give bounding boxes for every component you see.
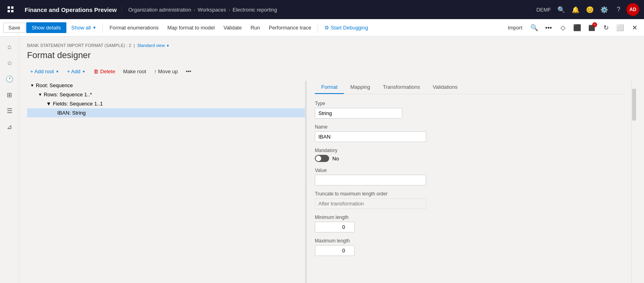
mandatory-toggle[interactable] [315, 155, 329, 162]
tab-transformations[interactable]: Transformations [376, 81, 426, 94]
import-button[interactable]: Import [504, 22, 526, 33]
app-title: Finance and Operations Preview [20, 6, 122, 13]
min-length-label: Minimum length [315, 215, 623, 220]
svg-rect-3 [11, 10, 14, 12]
tab-mapping[interactable]: Mapping [344, 81, 376, 94]
map-format-to-model-button[interactable]: Map format to model [163, 22, 219, 33]
type-label: Type [315, 101, 623, 106]
svg-rect-1 [11, 6, 14, 9]
main-layout: ⌂ ☆ 🕐 ⊞ ☰ ⊿ BANK STATEMENT IMPORT FORMAT… [0, 37, 644, 283]
separator [103, 23, 103, 33]
breadcrumb-erp[interactable]: Electronic reporting [233, 7, 277, 13]
show-all-button[interactable]: Show all ▼ [67, 22, 100, 33]
value-field-group: Value [315, 168, 623, 185]
breadcrumb-bank: BANK STATEMENT IMPORT FORMAT (SAMPLE) : … [27, 43, 131, 48]
save-button[interactable]: Save [3, 23, 25, 33]
tab-validations[interactable]: Validations [426, 81, 464, 94]
add-root-chevron: ▼ [56, 70, 59, 74]
refresh-icon[interactable]: ↻ [599, 21, 612, 34]
chevron-icon: ▼ [166, 44, 170, 48]
trash-icon: 🗑 [93, 68, 99, 74]
smile-icon[interactable]: 😊 [584, 3, 596, 16]
validate-button[interactable]: Validate [219, 22, 246, 33]
separator2 [318, 23, 318, 33]
move-up-button[interactable]: ↑ Move up [151, 67, 181, 76]
grid-nav-icon[interactable]: ⊞ [2, 88, 17, 102]
name-input[interactable] [315, 131, 426, 142]
breadcrumb-workspaces[interactable]: Workspaces [198, 7, 226, 13]
add-button[interactable]: + Add ▼ [64, 67, 89, 76]
show-details-button[interactable]: Show details [26, 22, 67, 33]
max-length-label: Maximum length [315, 238, 623, 244]
arrow1: ▼ [30, 83, 34, 88]
tree-label: IBAN: String [57, 110, 86, 116]
diamond-icon[interactable]: ◇ [557, 21, 569, 34]
breadcrumb-org[interactable]: Organization administration [128, 7, 191, 13]
search-cmd-icon[interactable]: 🔍 [528, 21, 541, 34]
add-root-button[interactable]: + Add root ▼ [27, 67, 62, 76]
settings-icon[interactable]: ⚙️ [598, 3, 611, 16]
toggle-thumb [316, 156, 321, 161]
max-length-field-group: Maximum length [315, 238, 623, 256]
expand-icon[interactable]: ⬜ [614, 21, 627, 34]
badge-icon[interactable]: ⬛ 0 [585, 21, 598, 34]
home-icon[interactable]: ⌂ [2, 40, 17, 54]
tree-item-selected[interactable]: IBAN: String [27, 108, 305, 117]
arrow3: ▼ [46, 101, 51, 107]
breadcrumb: Organization administration › Workspaces… [128, 7, 533, 13]
scrollbar-thumb[interactable] [632, 89, 636, 121]
show-all-label: Show all [71, 25, 91, 31]
more-tree-options[interactable]: ••• [182, 67, 194, 76]
vertical-scrollbar[interactable] [631, 81, 636, 283]
type-field-group: Type [315, 101, 623, 119]
arrow2: ▼ [38, 92, 42, 97]
bell-icon[interactable]: 🔔 [569, 3, 582, 16]
topbar: Finance and Operations Preview Organizat… [0, 0, 644, 19]
value-label: Value [315, 168, 623, 173]
properties-panel: Format Mapping Transformations Validatio… [307, 81, 631, 283]
format-enumerations-button[interactable]: Format enumerations [105, 22, 163, 33]
search-icon[interactable]: 🔍 [555, 3, 568, 16]
mandatory-field-group: Mandatory No [315, 148, 623, 162]
chevron-down-icon: ▼ [93, 25, 97, 30]
truncate-input [315, 198, 426, 209]
properties-scroll: Type Name Mandatory [315, 101, 623, 283]
mandatory-text: No [332, 156, 339, 162]
performance-trace-button[interactable]: Performance trace [265, 22, 315, 33]
page-breadcrumb: BANK STATEMENT IMPORT FORMAT (SAMPLE) : … [27, 43, 636, 48]
avatar[interactable]: AD [627, 3, 639, 16]
run-button[interactable]: Run [246, 22, 264, 33]
value-input[interactable] [315, 175, 426, 185]
delete-button[interactable]: 🗑 Delete [90, 67, 118, 76]
name-label: Name [315, 124, 623, 130]
more-options-icon[interactable]: ••• [542, 21, 555, 34]
type-input[interactable] [315, 108, 402, 119]
make-root-button[interactable]: Make root [120, 67, 149, 76]
tree-item[interactable]: ▼ Rows: Sequence 1..* [27, 90, 305, 99]
max-length-input[interactable] [315, 245, 355, 256]
help-icon[interactable]: ? [612, 3, 625, 16]
min-length-input[interactable] [315, 222, 355, 232]
tree-label: Rows: Sequence 1..* [44, 92, 92, 98]
tree-panel: ▼ Root: Sequence ▼ Rows: Sequence 1..* ▼… [27, 81, 305, 283]
start-debugging-button[interactable]: ⚙ Start Debugging [320, 22, 372, 33]
page-title: Format designer [27, 50, 636, 61]
list-icon[interactable]: ☰ [2, 103, 17, 118]
two-panel: ▼ Root: Sequence ▼ Rows: Sequence 1..* ▼… [27, 81, 636, 283]
svg-rect-0 [8, 6, 10, 9]
tree-item[interactable]: ▼ Fields: Sequence 1..1 [27, 99, 305, 108]
standard-view-link[interactable]: Standard view ▼ [137, 43, 170, 48]
topbar-right: DEMF 🔍 🔔 😊 ⚙️ ? AD [536, 3, 639, 16]
mandatory-toggle-wrap: No [315, 155, 623, 162]
history-icon[interactable]: 🕐 [2, 72, 17, 86]
add-chevron: ▼ [82, 70, 85, 74]
star-icon[interactable]: ☆ [2, 56, 17, 70]
panel-icon[interactable]: ⬛ [571, 21, 584, 34]
grid-icon[interactable] [5, 4, 17, 16]
close-icon[interactable]: ✕ [628, 21, 641, 34]
tree-label: Root: Sequence [36, 82, 73, 88]
tab-format[interactable]: Format [315, 81, 344, 94]
filter-icon[interactable]: ⊿ [2, 119, 17, 134]
tree-item[interactable]: ▼ Root: Sequence [27, 81, 305, 90]
truncate-field-group: Truncate to maximum length order [315, 191, 623, 209]
